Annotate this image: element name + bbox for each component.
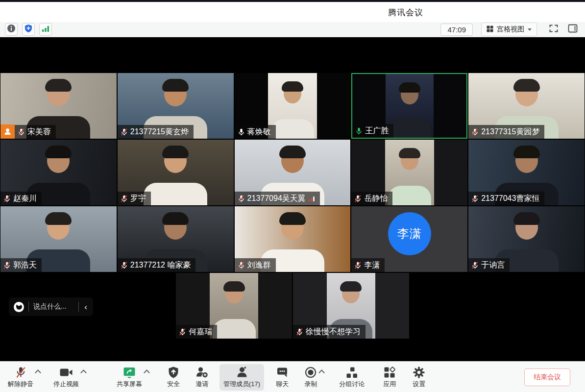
fullscreen-button[interactable] — [546, 23, 561, 36]
toolbar-item-label: 聊天 — [276, 380, 289, 389]
chevron-up-icon[interactable] — [36, 364, 42, 375]
toolbar-item-chat[interactable]: 聊天 — [272, 364, 292, 391]
tile-bottom-bar: 21377043曹家恒 — [468, 192, 544, 205]
tile-bottom-bar: 宋美蓉 — [0, 124, 56, 139]
participant-name: 刘逸群 — [247, 260, 271, 270]
emoji-icon[interactable] — [14, 302, 24, 312]
nameplate: 岳静怡 — [351, 192, 392, 205]
tile-bottom-bar: 徐慢慢不想学习 — [293, 325, 366, 339]
toolbar-item-camera[interactable]: 停止视频 — [49, 364, 83, 391]
mic-muted-icon — [14, 366, 27, 379]
participant-name: 赵秦川 — [13, 194, 37, 204]
divider — [28, 302, 29, 312]
video-tile[interactable]: 21377215黄玄烨 — [118, 73, 234, 139]
security-status-button[interactable] — [22, 23, 35, 36]
chat-quick-input[interactable]: 说点什么... ‹ — [9, 297, 93, 316]
video-tile[interactable]: 21377212 喻家豪 — [118, 206, 234, 272]
video-tile[interactable]: 李潇李潇 — [351, 206, 467, 272]
collapse-chat-icon[interactable]: ‹ — [83, 303, 88, 311]
video-tile[interactable]: 郭浩天 — [0, 206, 117, 272]
shield-plus-icon — [24, 24, 33, 35]
tile-bottom-bar: 王广胜 — [352, 124, 393, 138]
toolbar-item-settings[interactable]: 设置 — [409, 364, 429, 391]
mic-muted-icon — [471, 262, 479, 269]
participant-name: 宋美蓉 — [27, 127, 51, 137]
mic-speaking-icon — [355, 127, 363, 135]
toolbar-item-label: 解除静音 — [8, 380, 33, 389]
video-grid-stage: 说点什么... ‹ 宋美蓉21377215黄玄烨蒋焕敬王广胜21377315黄园… — [0, 37, 585, 361]
video-tile[interactable]: 蒋焕敬 — [235, 73, 351, 139]
tile-bottom-bar: 赵秦川 — [0, 192, 42, 205]
mic-muted-icon — [471, 195, 479, 202]
nameplate: 21377043曹家恒 — [468, 192, 544, 205]
video-tile[interactable]: 徐慢慢不想学习 — [293, 273, 409, 339]
video-tile[interactable]: 王广胜 — [351, 73, 467, 139]
meeting-top-toolbar: 47:09 宫格视图 — [0, 22, 585, 37]
tile-bottom-bar: 罗宇 — [118, 192, 151, 205]
end-meeting-button[interactable]: 结束会议 — [524, 368, 570, 386]
chevron-up-icon[interactable] — [145, 364, 150, 375]
meeting-timer: 47:09 — [440, 24, 473, 36]
mic-muted-icon — [354, 195, 362, 202]
chat-input-placeholder[interactable]: 说点什么... — [33, 302, 74, 311]
nameplate: 罗宇 — [118, 192, 151, 205]
nameplate: 21377315黄园梦 — [468, 125, 544, 139]
video-tile[interactable]: 宋美蓉 — [0, 73, 117, 139]
side-panel-toggle-button[interactable] — [565, 23, 580, 36]
meeting-info-button[interactable] — [5, 23, 18, 36]
toolbar-item-record[interactable]: 录制 — [300, 364, 321, 391]
toolbar-item-mic-muted[interactable]: 解除静音 — [4, 364, 37, 391]
participant-name: 徐慢慢不想学习 — [306, 327, 361, 337]
view-mode-selector[interactable]: 宫格视图 — [481, 23, 537, 36]
tile-bottom-bar: 21377315黄园梦 — [468, 125, 544, 139]
nameplate: 郭浩天 — [0, 258, 42, 272]
fullscreen-icon — [548, 23, 559, 36]
toolbar-item-security-shield[interactable]: 安全 — [163, 364, 184, 391]
participant-name: 21377215黄玄烨 — [130, 127, 189, 137]
video-tile[interactable]: 21377043曹家恒 — [468, 140, 585, 205]
invite-icon — [195, 366, 209, 379]
video-tile[interactable]: 刘逸群 — [235, 206, 351, 272]
participant-name: 岳静怡 — [364, 194, 388, 204]
tile-bottom-bar: 李潇 — [351, 258, 385, 272]
toolbar-item-breakout[interactable]: 分组讨论 — [335, 364, 368, 391]
video-tile[interactable]: 于讷言 — [468, 206, 585, 272]
toolbar-item-screen-share[interactable]: 共享屏幕 — [113, 364, 146, 391]
toolbar-item-apps[interactable]: 应用 — [379, 364, 400, 391]
chevron-up-icon[interactable] — [319, 364, 325, 375]
side-panel-icon — [567, 23, 578, 36]
video-tile[interactable]: 21377094吴天翼 — [235, 140, 351, 205]
toolbar-item-label: 邀请 — [196, 380, 209, 389]
tile-bottom-bar: 郭浩天 — [0, 258, 42, 272]
mic-muted-icon — [3, 195, 11, 202]
mic-muted-icon — [179, 328, 186, 336]
breakout-icon — [345, 366, 358, 379]
toolbar-item-label: 应用 — [383, 380, 396, 389]
toolbar-item-label: 停止视频 — [53, 380, 79, 389]
members-icon — [235, 366, 249, 379]
tile-bottom-bar: 21377215黄玄烨 — [118, 125, 194, 139]
video-tile[interactable]: 21377315黄园梦 — [468, 73, 585, 139]
nameplate: 赵秦川 — [0, 192, 42, 205]
tile-bottom-bar: 于讷言 — [468, 258, 510, 272]
toolbar-item-members[interactable]: 管理成员(17) — [219, 364, 264, 391]
security-shield-icon — [167, 366, 180, 379]
video-tile[interactable]: 岳静怡 — [351, 140, 467, 205]
video-tile[interactable]: 何嘉瑞 — [176, 273, 292, 339]
participant-name: 21377212 喻家豪 — [130, 260, 191, 270]
chat-icon — [276, 366, 289, 379]
nameplate: 于讷言 — [468, 258, 510, 272]
video-tile[interactable]: 赵秦川 — [0, 140, 117, 205]
mic-muted-icon — [354, 262, 362, 269]
toolbar-item-invite[interactable]: 邀请 — [192, 364, 213, 391]
chevron-up-icon[interactable] — [81, 364, 87, 375]
network-status-button[interactable] — [39, 23, 52, 36]
divider — [78, 302, 79, 312]
screen-share-icon — [122, 366, 136, 379]
participant-name: 21377043曹家恒 — [481, 194, 539, 204]
participant-name: 王广胜 — [365, 126, 389, 136]
video-tile[interactable]: 罗宇 — [118, 140, 234, 205]
nameplate: 21377215黄玄烨 — [118, 125, 194, 139]
nameplate: 21377212 喻家豪 — [118, 258, 196, 272]
toolbar-item-label: 录制 — [304, 380, 317, 389]
